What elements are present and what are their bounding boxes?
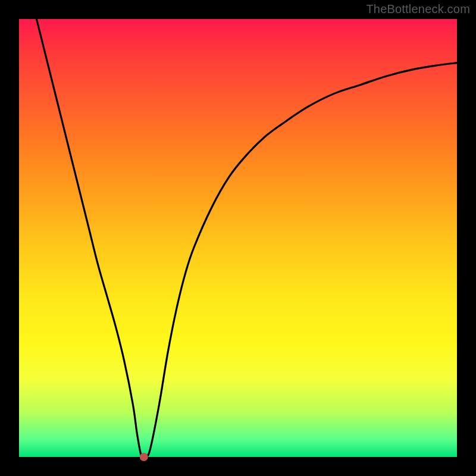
chart-frame: TheBottleneck.com — [0, 0, 476, 476]
curve-layer — [19, 19, 457, 457]
watermark-text: TheBottleneck.com — [366, 2, 470, 16]
bottleneck-curve — [36, 19, 457, 459]
optimum-marker — [140, 453, 148, 461]
plot-area — [19, 19, 457, 457]
